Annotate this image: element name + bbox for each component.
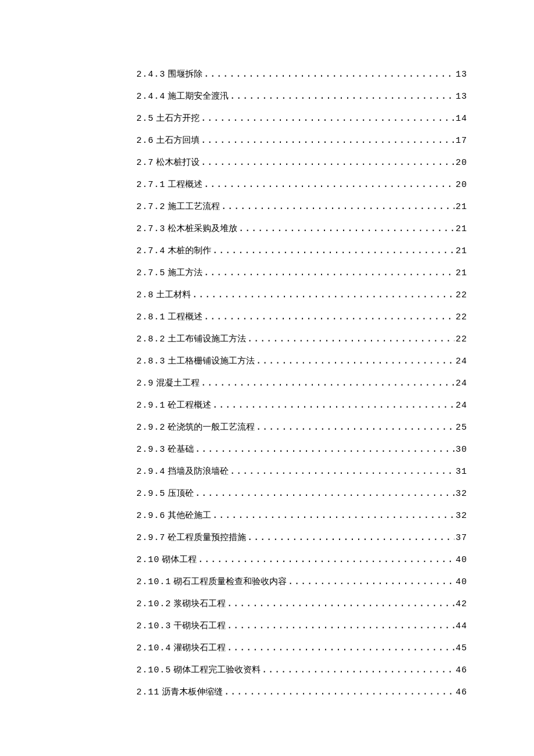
toc-page-number: 22 [456, 291, 467, 300]
toc-leader-dots [212, 246, 454, 255]
toc-number: 2.7.1 [136, 181, 165, 189]
toc-title: 土石方开挖 [156, 114, 200, 123]
toc-entry: 2.7.4木桩的制作21 [136, 246, 467, 255]
toc-leader-dots [192, 290, 454, 299]
toc-entry: 2.4.3围堰拆除13 [136, 70, 467, 79]
toc-number: 2.7.5 [136, 269, 165, 278]
toc-title: 沥青木板伸缩缝 [162, 687, 223, 696]
table-of-contents: 2.4.3围堰拆除132.4.4施工期安全渡汛132.5土石方开挖142.6土石… [136, 70, 467, 697]
toc-entry: 2.9混凝土工程24 [136, 379, 467, 388]
toc-number: 2.7 [136, 159, 154, 167]
toc-leader-dots [262, 665, 454, 674]
toc-page-number: 13 [456, 70, 467, 79]
toc-leader-dots [227, 621, 454, 630]
toc-number: 2.8.1 [136, 313, 165, 322]
toc-number: 2.9.6 [136, 512, 165, 520]
toc-page-number: 21 [456, 269, 467, 278]
toc-page-number: 17 [456, 136, 467, 145]
toc-page-number: 46 [456, 666, 467, 675]
toc-title: 其他砼施工 [168, 511, 211, 520]
toc-number: 2.8.2 [136, 335, 165, 344]
toc-entry: 2.9.7砼工程质量预控措施37 [136, 533, 467, 542]
toc-leader-dots [212, 401, 454, 409]
toc-title: 压顶砼 [168, 489, 194, 498]
toc-number: 2.9.3 [136, 445, 165, 454]
toc-page-number: 24 [456, 401, 467, 410]
toc-leader-dots [212, 511, 454, 520]
toc-leader-dots [221, 202, 454, 211]
toc-page-number: 32 [456, 489, 467, 498]
toc-entry: 2.8土工材料22 [136, 290, 467, 300]
toc-leader-dots [247, 533, 454, 542]
toc-title: 木桩的制作 [168, 246, 211, 255]
toc-entry: 2.9.6其他砼施工32 [136, 511, 467, 520]
toc-title: 砼浇筑的一般工艺流程 [168, 423, 255, 431]
toc-leader-dots [230, 467, 454, 476]
toc-entry: 2.9.2砼浇筑的一般工艺流程25 [136, 423, 467, 432]
toc-title: 工程概述 [168, 180, 203, 189]
toc-title: 浆砌块石工程 [174, 599, 226, 608]
toc-page-number: 21 [456, 247, 467, 255]
toc-number: 2.7.4 [136, 247, 165, 255]
toc-page-number: 20 [456, 159, 467, 167]
toc-page-number: 25 [456, 423, 467, 432]
toc-title: 施工工艺流程 [168, 202, 220, 211]
toc-entry: 2.8.3土工格栅铺设施工方法24 [136, 357, 467, 366]
toc-title: 松木桩打设 [156, 158, 200, 167]
toc-title: 土工格栅铺设施工方法 [168, 357, 255, 365]
toc-leader-dots [230, 92, 454, 100]
toc-leader-dots [195, 445, 454, 453]
toc-entry: 2.7.2施工工艺流程21 [136, 202, 467, 211]
toc-number: 2.10.1 [136, 578, 171, 586]
toc-number: 2.9.1 [136, 401, 165, 410]
toc-title: 工程概述 [168, 312, 203, 321]
toc-page-number: 31 [456, 467, 467, 476]
toc-leader-dots [201, 158, 454, 167]
toc-number: 2.8 [136, 291, 154, 300]
toc-leader-dots [195, 489, 454, 498]
toc-number: 2.8.3 [136, 357, 165, 366]
toc-page-number: 30 [456, 445, 467, 454]
toc-entry: 2.8.2土工布铺设施工方法22 [136, 334, 467, 344]
toc-page-number: 20 [456, 181, 467, 189]
toc-number: 2.9.4 [136, 467, 165, 476]
toc-page-number: 22 [456, 313, 467, 322]
toc-number: 2.5 [136, 114, 154, 123]
toc-number: 2.9.2 [136, 423, 165, 432]
toc-entry: 2.7.3松木桩采购及堆放21 [136, 224, 467, 233]
toc-entry: 2.7松木桩打设20 [136, 158, 467, 167]
toc-page-number: 42 [456, 600, 467, 609]
toc-leader-dots [201, 114, 454, 123]
toc-number: 2.10.2 [136, 600, 171, 609]
toc-leader-dots [247, 334, 454, 343]
toc-number: 2.9.7 [136, 534, 165, 542]
toc-page-number: 32 [456, 512, 467, 520]
toc-entry: 2.6土石方回填17 [136, 136, 467, 145]
toc-leader-dots [224, 687, 454, 696]
toc-leader-dots [239, 224, 454, 233]
toc-title: 土工材料 [156, 290, 191, 299]
toc-entry: 2.10.2浆砌块石工程42 [136, 599, 467, 609]
toc-leader-dots [198, 555, 454, 564]
toc-leader-dots [204, 70, 454, 78]
toc-page-number: 40 [456, 556, 467, 564]
toc-page-number: 14 [456, 114, 467, 123]
toc-page-number: 37 [456, 534, 467, 542]
toc-entry: 2.9.4挡墙及防浪墙砼31 [136, 467, 467, 476]
toc-leader-dots [204, 268, 454, 277]
toc-entry: 2.7.1工程概述20 [136, 180, 467, 189]
toc-page-number: 21 [456, 225, 467, 233]
toc-number: 2.4.4 [136, 92, 165, 101]
toc-title: 砼基础 [168, 445, 194, 453]
toc-leader-dots [227, 643, 454, 652]
toc-leader-dots [288, 577, 454, 586]
toc-number: 2.9 [136, 379, 154, 388]
toc-entry: 2.8.1工程概述22 [136, 312, 467, 322]
toc-number: 2.7.3 [136, 225, 165, 233]
toc-number: 2.6 [136, 136, 154, 145]
toc-number: 2.10.3 [136, 622, 171, 631]
toc-number: 2.9.5 [136, 489, 165, 498]
toc-title: 砼工程概述 [168, 401, 211, 409]
toc-leader-dots [201, 379, 454, 387]
toc-leader-dots [204, 180, 454, 189]
